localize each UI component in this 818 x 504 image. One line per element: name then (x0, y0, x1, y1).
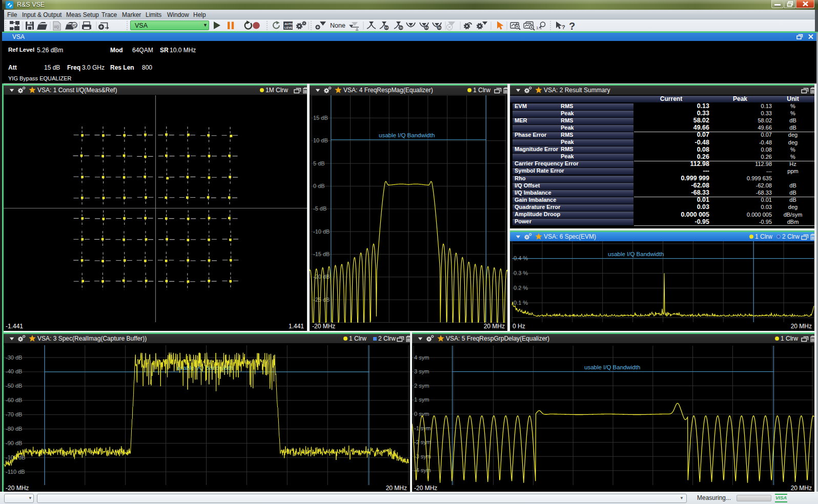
svg-text:-10 dB: -10 dB (313, 228, 330, 235)
svg-text:-1 sym: -1 sym (414, 425, 431, 431)
svg-text:-40 dB: -40 dB (6, 368, 22, 374)
svg-text:-50 dB: -50 dB (6, 383, 22, 389)
svg-text:0.2 %: 0.2 % (514, 285, 528, 291)
svg-text:-2 sym: -2 sym (414, 439, 431, 445)
svg-text:-80 dB: -80 dB (6, 426, 22, 432)
svg-text:None: None (330, 22, 345, 29)
svg-text:AUTO: AUTO (284, 23, 293, 26)
svg-text:usable I/Q Bandwidth: usable I/Q Bandwidth (608, 251, 664, 257)
svg-text:0.1 %: 0.1 % (514, 300, 528, 306)
svg-text:64: 64 (385, 26, 388, 29)
svg-text:1 sym: 1 sym (414, 396, 429, 403)
svg-text:I/Q: I/Q (72, 24, 77, 28)
svg-text:5 dB: 5 dB (313, 160, 325, 166)
svg-text:-70 dB: -70 dB (6, 411, 22, 417)
svg-text:2 sym: 2 sym (414, 383, 429, 389)
svg-text:-30 dB: -30 dB (6, 354, 22, 361)
svg-text:0.3 %: 0.3 % (514, 270, 528, 276)
svg-text:4 sym: 4 sym (414, 354, 429, 361)
svg-text:-15 dB: -15 dB (313, 251, 330, 257)
svg-text:-3 sym: -3 sym (414, 453, 431, 459)
svg-text:0 dB: 0 dB (313, 183, 325, 189)
svg-text:I/Q: I/Q (54, 25, 59, 29)
svg-text:-60 dB: -60 dB (6, 397, 22, 403)
svg-text:10 dB: 10 dB (313, 137, 328, 143)
svg-text:64: 64 (425, 26, 428, 29)
svg-text:3 sym: 3 sym (414, 368, 429, 374)
svg-text:usable I/Q Bandwidth: usable I/Q Bandwidth (379, 132, 435, 138)
svg-text:-5 dB: -5 dB (313, 205, 326, 212)
svg-text:?: ? (569, 20, 575, 32)
svg-text:-90 dB: -90 dB (6, 440, 22, 446)
svg-text:3b: 3b (438, 26, 441, 29)
svg-text:3b: 3b (399, 26, 403, 29)
svg-text:LEVEL: LEVEL (284, 26, 295, 29)
svg-text:usable I/Q Bandwidth: usable I/Q Bandwidth (584, 364, 640, 370)
svg-text:15 dB: 15 dB (313, 115, 328, 121)
svg-text:-25 dB: -25 dB (313, 297, 330, 303)
svg-text:0.4 %: 0.4 % (514, 255, 528, 261)
svg-text:?: ? (562, 24, 565, 30)
svg-text:-110 dB: -110 dB (6, 469, 25, 475)
